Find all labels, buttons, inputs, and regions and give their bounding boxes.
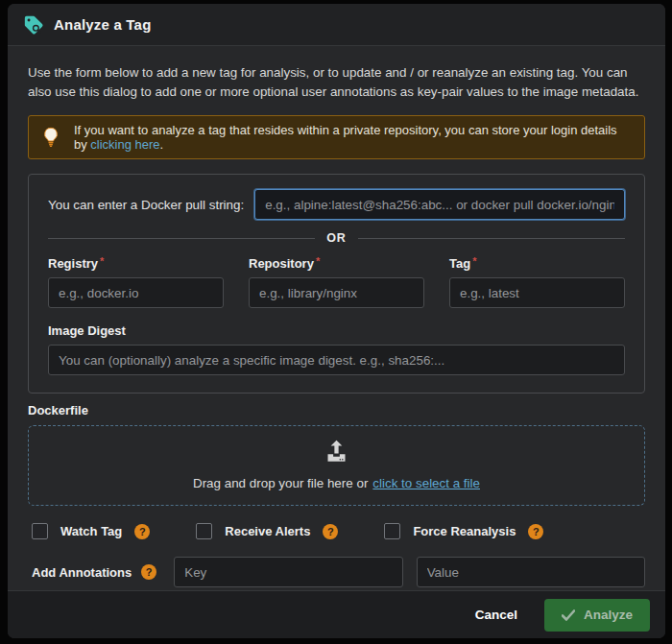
dropzone-text: Drag and drop your file here orclick to … <box>29 476 644 490</box>
image-digest-field: Image Digest <box>48 323 625 375</box>
watch-tag-help-icon[interactable]: ? <box>134 524 150 539</box>
annotations-label-wrap: Add Annotations ? <box>32 564 156 580</box>
repository-label: Repository* <box>249 256 424 271</box>
required-asterisk: * <box>100 255 104 267</box>
cancel-button[interactable]: Cancel <box>458 600 535 630</box>
registry-repo-tag-row: Registry* Repository* Tag* <box>48 256 625 308</box>
receive-alerts-checkbox[interactable] <box>196 523 212 539</box>
tag-label-text: Tag <box>449 256 470 271</box>
repository-field: Repository* <box>249 256 424 308</box>
analyze-button[interactable]: Analyze <box>544 599 650 632</box>
pull-string-label: You can enter a Docker pull string: <box>48 198 244 212</box>
registry-label: Registry* <box>48 256 224 271</box>
registry-input[interactable] <box>48 277 224 308</box>
dialog-body: Use the form below to add a new tag for … <box>8 46 665 590</box>
or-label: OR <box>326 231 347 245</box>
intro-text: Use the form below to add a new tag for … <box>28 63 645 102</box>
repository-input[interactable] <box>249 277 424 308</box>
registry-field: Registry* <box>48 256 224 308</box>
tag-input[interactable] <box>449 277 625 308</box>
divider-line <box>358 238 625 239</box>
tip-banner-text: If you want to analyze a tag that reside… <box>74 123 633 152</box>
repository-label-text: Repository <box>249 256 314 271</box>
annotations-label: Add Annotations <box>32 565 132 580</box>
annotation-value-input[interactable] <box>417 557 645 587</box>
select-file-link[interactable]: click to select a file <box>372 476 480 490</box>
receive-alerts-help-icon[interactable]: ? <box>323 524 338 539</box>
watch-tag-label: Watch Tag <box>60 524 122 538</box>
image-digest-label: Image Digest <box>48 323 625 338</box>
watch-tag-checkbox[interactable] <box>32 523 48 539</box>
annotation-key-input[interactable] <box>174 557 402 587</box>
pull-string-row: You can enter a Docker pull string: <box>48 189 625 220</box>
registry-label-text: Registry <box>48 256 98 271</box>
receive-alerts-label: Receive Alerts <box>225 524 310 538</box>
dialog-footer: Cancel Analyze <box>8 590 665 638</box>
annotations-help-icon[interactable]: ? <box>141 564 156 580</box>
force-reanalysis-option: Force Reanalysis ? <box>384 523 543 539</box>
lightbulb-icon <box>40 127 61 148</box>
force-reanalysis-label: Force Reanalysis <box>413 524 516 538</box>
divider-line <box>48 238 315 239</box>
watch-tag-option: Watch Tag ? <box>32 523 150 539</box>
dialog-header: Analyze a Tag <box>8 4 665 46</box>
store-login-link[interactable]: clicking here <box>90 137 159 152</box>
analyze-button-label: Analyze <box>584 608 633 622</box>
tag-label: Tag* <box>449 256 625 271</box>
force-reanalysis-checkbox[interactable] <box>384 523 400 539</box>
tag-form-group: You can enter a Docker pull string: OR R… <box>28 174 645 394</box>
tip-text-after: . <box>160 137 164 152</box>
pull-string-input[interactable] <box>254 189 625 220</box>
image-digest-input[interactable] <box>48 345 625 375</box>
analyze-tag-dialog: Analyze a Tag Use the form below to add … <box>8 4 665 638</box>
upload-icon <box>324 439 349 468</box>
required-asterisk: * <box>472 255 476 267</box>
tip-banner: If you want to analyze a tag that reside… <box>28 115 645 159</box>
dialog-title: Analyze a Tag <box>54 16 152 33</box>
dockerfile-label: Dockerfile <box>28 403 645 417</box>
tag-search-icon <box>23 14 44 36</box>
check-icon <box>562 609 575 621</box>
dockerfile-dropzone[interactable]: Drag and drop your file here orclick to … <box>28 425 645 506</box>
required-asterisk: * <box>316 255 320 267</box>
or-divider: OR <box>48 231 625 245</box>
force-reanalysis-help-icon[interactable]: ? <box>528 524 543 539</box>
options-row: Watch Tag ? Receive Alerts ? Force Reana… <box>28 523 645 539</box>
receive-alerts-option: Receive Alerts ? <box>196 523 338 539</box>
drop-text: Drag and drop your file here or <box>193 476 368 490</box>
annotations-row: Add Annotations ? <box>28 557 645 587</box>
tag-field: Tag* <box>449 256 625 308</box>
